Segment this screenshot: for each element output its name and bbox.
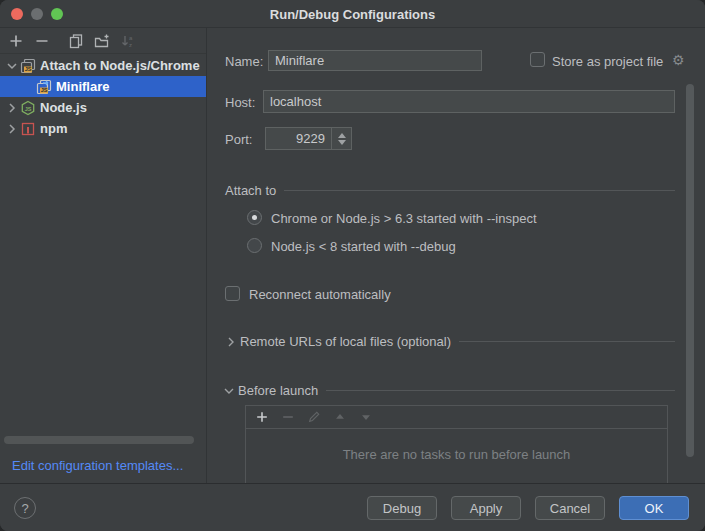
port-label: Port:: [225, 132, 252, 147]
before-launch-section-header[interactable]: Before launch: [223, 383, 675, 398]
radio-node-debug[interactable]: [247, 238, 262, 253]
move-task-down-icon[interactable]: [358, 409, 374, 425]
help-icon: ?: [21, 501, 28, 516]
svg-text:a: a: [129, 35, 133, 41]
configurations-tree: JS Attach to Node.js/Chrome JS: [0, 55, 206, 139]
remove-task-icon[interactable]: [280, 409, 296, 425]
reconnect-automatically-label: Reconnect automatically: [249, 287, 391, 302]
copy-configuration-icon[interactable]: [68, 33, 84, 49]
npm-icon: [20, 121, 36, 137]
before-launch-tasks-panel: There are no tasks to run before launch: [245, 405, 668, 483]
port-stepper[interactable]: [331, 128, 351, 149]
svg-text:JS: JS: [25, 66, 32, 72]
name-input[interactable]: [268, 50, 482, 71]
run-debug-configurations-dialog: Run/Debug Configurations: [0, 0, 705, 531]
sort-alphabetically-icon[interactable]: a z: [120, 33, 136, 49]
gear-icon[interactable]: ⚙: [672, 53, 685, 67]
port-input[interactable]: [266, 128, 331, 149]
add-configuration-icon[interactable]: [8, 33, 24, 49]
remove-configuration-icon[interactable]: [34, 33, 50, 49]
debug-button[interactable]: Debug: [367, 496, 437, 520]
host-input[interactable]: [263, 90, 675, 113]
stepper-down-icon[interactable]: [338, 140, 346, 145]
name-label: Name:: [225, 54, 263, 69]
attach-to-nodejs-chrome-icon: JS: [20, 58, 36, 74]
tree-item-label: Miniflare: [56, 79, 109, 94]
tree-item-attach-to-nodejs-chrome[interactable]: JS Attach to Node.js/Chrome: [0, 55, 206, 76]
add-task-icon[interactable]: [254, 409, 270, 425]
move-task-up-icon[interactable]: [332, 409, 348, 425]
tree-item-label: Attach to Node.js/Chrome: [40, 58, 200, 73]
host-label: Host:: [225, 95, 255, 110]
cancel-button[interactable]: Cancel: [535, 496, 605, 520]
tree-item-label: Node.js: [40, 100, 87, 115]
dialog-buttons: Debug Apply Cancel OK: [367, 496, 689, 520]
apply-button[interactable]: Apply: [451, 496, 521, 520]
nodejs-icon: JS: [20, 100, 36, 116]
remote-urls-title: Remote URLs of local files (optional): [240, 334, 451, 349]
svg-text:z: z: [129, 42, 132, 48]
edit-task-icon[interactable]: [306, 409, 322, 425]
tree-item-nodejs[interactable]: JS Node.js: [0, 97, 206, 118]
dialog-footer: ? Debug Apply Cancel OK: [0, 483, 705, 531]
before-launch-empty-text: There are no tasks to run before launch: [246, 447, 667, 462]
edit-configuration-templates-link[interactable]: Edit configuration templates...: [12, 458, 183, 473]
store-as-project-file-checkbox[interactable]: [530, 52, 545, 67]
before-launch-toolbar: [246, 406, 667, 429]
separator-line: [459, 341, 675, 342]
tree-item-miniflare[interactable]: JS Miniflare: [0, 76, 206, 97]
titlebar: Run/Debug Configurations: [0, 0, 705, 28]
store-as-project-file-label: Store as project file: [552, 54, 663, 69]
main-vertical-scrollbar[interactable]: [686, 84, 694, 457]
chevron-down-icon[interactable]: [223, 385, 235, 397]
svg-text:JS: JS: [25, 105, 32, 111]
reconnect-automatically-checkbox[interactable]: [225, 286, 240, 301]
separator-line: [284, 190, 675, 191]
sidebar-horizontal-scrollbar[interactable]: [4, 436, 194, 444]
tree-item-label: npm: [40, 121, 67, 136]
before-launch-title: Before launch: [238, 383, 318, 398]
radio-chrome-inspect[interactable]: [247, 210, 262, 225]
radio-chrome-inspect-label: Chrome or Node.js > 6.3 started with --i…: [271, 211, 537, 226]
separator-line: [326, 390, 675, 391]
radio-node-debug-label: Node.js < 8 started with --debug: [271, 239, 456, 254]
configuration-editor: Name: Store as project file ⚙ Host: Port…: [208, 28, 705, 483]
tree-item-npm[interactable]: npm: [0, 118, 206, 139]
attach-to-nodejs-chrome-icon: JS: [36, 79, 52, 95]
chevron-right-icon[interactable]: [4, 100, 20, 116]
configurations-sidebar: a z JS Attach to Node: [0, 28, 207, 483]
chevron-right-icon[interactable]: [225, 336, 237, 348]
help-button[interactable]: ?: [14, 497, 36, 519]
sidebar-toolbar: a z: [0, 28, 206, 54]
attach-to-title: Attach to: [225, 183, 276, 198]
chevron-right-icon[interactable]: [4, 121, 20, 137]
stepper-up-icon[interactable]: [338, 133, 346, 138]
svg-text:JS: JS: [41, 87, 48, 93]
new-folder-icon[interactable]: [94, 33, 110, 49]
port-spinner: [265, 127, 352, 150]
attach-to-section-header: Attach to: [225, 183, 675, 198]
ok-button[interactable]: OK: [619, 496, 689, 520]
remote-urls-section-header[interactable]: Remote URLs of local files (optional): [225, 334, 675, 349]
chevron-down-icon[interactable]: [4, 58, 20, 74]
window-title: Run/Debug Configurations: [0, 7, 705, 22]
